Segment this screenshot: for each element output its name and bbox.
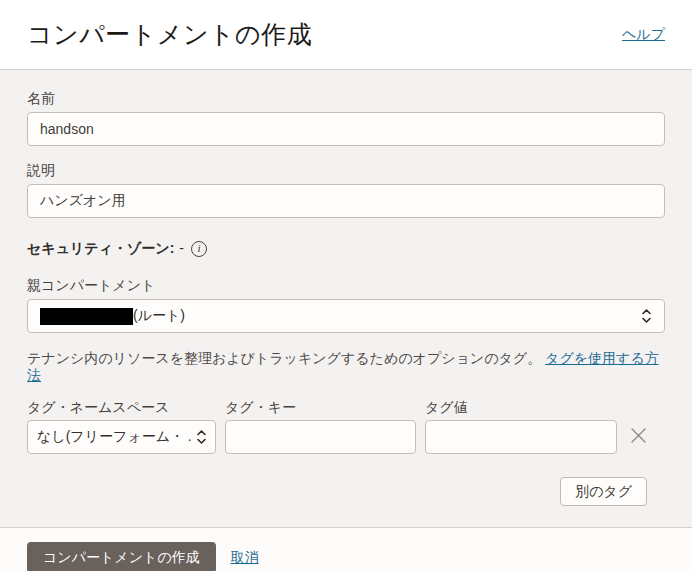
security-zone-value: - [179,240,184,257]
remove-tag-button[interactable] [627,426,649,448]
security-zone-row: セキュリティ・ゾーン: - i [27,240,665,257]
dialog-body: 名前 説明 セキュリティ・ゾーン: - i 親コンパートメント (ルート) [0,70,692,528]
parent-compartment-group: 親コンパートメント (ルート) [27,277,665,333]
tag-namespace-select[interactable]: なし(フリーフォーム・ ... [27,420,216,454]
tags-intro-text: テナンシ内のリソースを整理およびトラッキングするためのオプションのタグ。 [27,350,541,366]
tag-namespace-label: タグ・ネームスペース [27,399,216,415]
help-link[interactable]: ヘルプ [622,26,665,44]
tag-labels-row: タグ・ネームスペース タグ・キー タグ値 [27,399,665,415]
description-input[interactable] [27,184,665,218]
name-input[interactable] [27,112,665,146]
page-title: コンパートメントの作成 [27,18,312,51]
create-compartment-button[interactable]: コンパートメントの作成 [27,542,216,571]
tag-namespace-value: なし(フリーフォーム・ ... [37,428,192,446]
another-tag-button[interactable]: 別のタグ [560,477,647,506]
description-label: 説明 [27,162,665,178]
tag-value-label: タグ値 [425,399,617,415]
name-field-group: 名前 [27,90,665,146]
tag-key-input[interactable] [225,420,416,454]
parent-compartment-value: (ルート) [133,307,185,325]
chevron-updown-icon [641,307,652,325]
tag-fields-row: なし(フリーフォーム・ ... [27,420,665,454]
tag-key-label: タグ・キー [225,399,416,415]
redacted-tenancy-name [40,308,133,325]
tag-value-input[interactable] [425,420,617,454]
dialog-header: コンパートメントの作成 ヘルプ [0,0,692,70]
close-icon [630,427,647,447]
tags-intro-row: テナンシ内のリソースを整理およびトラッキングするためのオプションのタグ。 タグを… [27,350,665,384]
another-tag-row: 別のタグ [27,477,665,506]
name-label: 名前 [27,90,665,106]
security-zone-label: セキュリティ・ゾーン: [27,240,174,257]
chevron-updown-icon [196,428,207,446]
dialog-footer: コンパートメントの作成 取消 [0,528,692,571]
create-compartment-dialog: コンパートメントの作成 ヘルプ 名前 説明 セキュリティ・ゾーン: - i 親コ… [0,0,692,571]
info-icon[interactable]: i [191,241,207,257]
cancel-link[interactable]: 取消 [231,549,259,567]
description-field-group: 説明 [27,162,665,218]
parent-compartment-select[interactable]: (ルート) [27,299,665,333]
parent-compartment-label: 親コンパートメント [27,277,665,293]
